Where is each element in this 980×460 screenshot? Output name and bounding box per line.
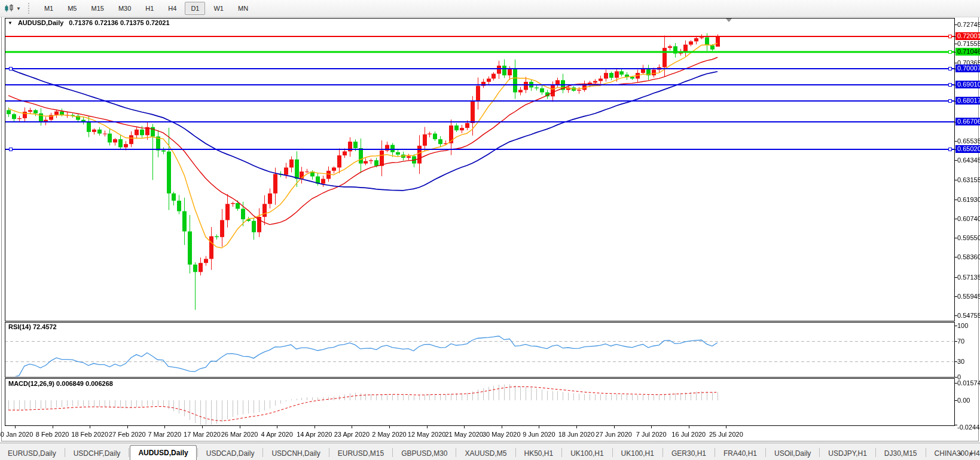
chart-tab-usdjpy-h1[interactable]: USDJPY,H1	[820, 447, 874, 460]
tab-separator	[129, 448, 129, 457]
timeframe-button-w1[interactable]: W1	[207, 2, 230, 15]
chart-tab-usdcad-daily[interactable]: USDCAD,Daily	[199, 447, 262, 460]
tab-separator	[515, 448, 516, 457]
price-axis-tick: 0.61930	[957, 196, 980, 203]
date-axis-label: 18 Jun 2020	[558, 431, 595, 438]
timeframe-button-m30[interactable]: M30	[112, 2, 137, 15]
hline-price-badge[interactable]: 0.68017	[955, 97, 980, 105]
date-axis-label: 27 Feb 2020	[109, 431, 146, 438]
timeframe-button-m1[interactable]: M1	[38, 2, 59, 15]
tab-separator	[197, 448, 198, 457]
tab-separator	[663, 448, 663, 457]
price-chart-canvas[interactable]	[0, 0, 980, 442]
chart-tab-uk100-h1[interactable]: UK100,H1	[563, 447, 611, 460]
timeframe-button-d1[interactable]: D1	[185, 2, 205, 15]
chart-tab-usdchf-daily[interactable]: USDCHF,Daily	[66, 447, 129, 460]
chart-tab-fra40-h1[interactable]: FRA40,H1	[716, 447, 765, 460]
date-axis-label: 2 May 2020	[372, 431, 406, 438]
tabs-scroll-left-icon[interactable]: ◄	[957, 450, 963, 456]
macd-axis-tick: 0.015741	[957, 379, 980, 387]
chart-tab-xauusd-m5[interactable]: XAUUSD,M5	[457, 447, 514, 460]
chart-tab-ger30-h1[interactable]: GER30,H1	[664, 447, 714, 460]
price-axis-tick: 0.57135	[957, 274, 980, 281]
price-axis-tick: 0.58360	[957, 253, 980, 260]
hline-price-badge[interactable]: 0.72001	[955, 32, 980, 40]
price-axis-tick: 0.63155	[957, 176, 980, 183]
tab-separator	[329, 448, 329, 457]
hline-price-badge[interactable]: 0.65020	[955, 145, 980, 153]
tab-separator	[262, 448, 263, 457]
tab-separator	[875, 448, 876, 457]
date-axis-label: 30 Jan 2020	[0, 431, 33, 438]
chart-tab-usdcnh-daily[interactable]: USDCNH,Daily	[264, 447, 328, 460]
date-axis-label: 17 Mar 2020	[184, 431, 221, 438]
ohlc-readout: 0.71376 0.72136 0.71375 0.72021	[69, 19, 169, 26]
tab-separator	[456, 448, 456, 457]
timeframe-button-h4[interactable]: H4	[162, 2, 182, 15]
date-axis-label: 18 Feb 2020	[71, 431, 108, 438]
hline-price-badge[interactable]: 0.69010	[955, 81, 980, 88]
tab-separator	[715, 448, 715, 457]
price-axis-tick: 0.71555	[957, 40, 980, 47]
hline-price-badge[interactable]: 0.71046	[955, 48, 980, 56]
chart-tab-eurusd-daily[interactable]: EURUSD,Daily	[0, 447, 64, 460]
rsi-axis-tick: 100	[957, 322, 968, 329]
timeframe-button-m5[interactable]: M5	[62, 2, 83, 15]
date-axis-label: 26 Mar 2020	[221, 431, 258, 438]
hline-price-badge[interactable]: 0.66706	[955, 118, 980, 125]
date-axis-label: 25 Jul 2020	[709, 431, 743, 438]
chart-title[interactable]: ▼ AUDUSD,Daily 0.71376 0.72136 0.71375 0…	[8, 19, 170, 26]
timeframe-toolbar: ▼ M1M5M15M30H1H4D1W1MN	[0, 0, 980, 17]
rsi-indicator-label: RSI(14) 72.4572	[8, 323, 57, 330]
timeframe-button-m15[interactable]: M15	[85, 2, 109, 15]
toolbar-grip	[28, 3, 31, 14]
timeframe-button-mn[interactable]: MN	[232, 2, 254, 15]
date-axis-label: 4 Apr 2020	[261, 431, 293, 438]
mt4-window: ▼ M1M5M15M30H1H4D1W1MN ▼ AUDUSD,Daily 0.…	[0, 0, 980, 460]
chart-tab-uk100-h1[interactable]: UK100,H1	[613, 447, 662, 460]
rsi-axis-tick: 70	[957, 338, 964, 345]
rsi-axis-tick: 30	[957, 358, 964, 365]
date-axis-label: 16 Jul 2020	[671, 431, 706, 438]
date-axis-label: 14 Apr 2020	[297, 431, 332, 438]
chart-tab-eurusd-m15[interactable]: EURUSD,M15	[330, 447, 392, 460]
tab-separator	[392, 448, 393, 457]
chart-tab-audusd-daily[interactable]: AUDUSD,Daily	[130, 445, 196, 460]
price-axis-tick: 0.59550	[957, 234, 980, 241]
candlestick-chart-icon	[5, 4, 14, 13]
date-axis-label: 30 May 2020	[483, 431, 521, 438]
chart-tab-hk50-h1[interactable]: HK50,H1	[517, 447, 561, 460]
date-axis-label: 23 Apr 2020	[334, 431, 370, 438]
price-axis-tick: 0.60740	[957, 215, 980, 222]
tab-separator	[561, 448, 562, 457]
chart-tab-gbpusd-m30[interactable]: GBPUSD,M30	[393, 447, 455, 460]
tabs-scroll-right-icon[interactable]: ►	[969, 450, 974, 456]
date-axis-label: 7 Jul 2020	[636, 431, 667, 438]
macd-axis-tick: -0.024412	[957, 424, 980, 431]
macd-indicator-label: MACD(12,26,9) 0.006849 0.006268	[8, 380, 113, 387]
hline-price-badge[interactable]: 0.70007	[955, 65, 980, 72]
price-axis-tick: 0.55945	[957, 293, 980, 300]
macd-axis-tick: 0.00	[957, 397, 970, 404]
date-axis-label: 27 Jun 2020	[596, 431, 632, 438]
chevron-down-icon: ▼	[16, 6, 21, 11]
date-axis-label: 21 May 2020	[445, 431, 483, 438]
price-axis-tick: 0.72745	[957, 21, 980, 28]
chart-type-button[interactable]: ▼	[0, 4, 25, 13]
date-axis-label: 8 Feb 2020	[36, 431, 69, 438]
chart-tab-usoil-daily[interactable]: USOil,Daily	[767, 447, 819, 460]
tab-separator	[612, 448, 613, 457]
tab-separator	[765, 448, 766, 457]
chart-tab-dj30-m15[interactable]: DJ30,M15	[877, 447, 925, 460]
date-axis-label: 7 Mar 2020	[148, 431, 182, 438]
price-axis-tick: 0.54755	[957, 312, 980, 319]
chart-tab-bar: EURUSD,DailyUSDCHF,DailyAUDUSD,DailyUSDC…	[0, 443, 980, 460]
tab-separator	[65, 448, 65, 457]
timeframe-button-h1[interactable]: H1	[139, 2, 160, 15]
symbol-dropdown-icon[interactable]: ▼	[8, 20, 13, 26]
date-axis-label: 12 May 2020	[408, 431, 446, 438]
tab-separator	[926, 448, 926, 457]
tab-separator	[819, 448, 820, 457]
symbol-name: AUDUSD,Daily	[18, 19, 63, 26]
date-axis-label: 9 Jun 2020	[523, 431, 555, 438]
